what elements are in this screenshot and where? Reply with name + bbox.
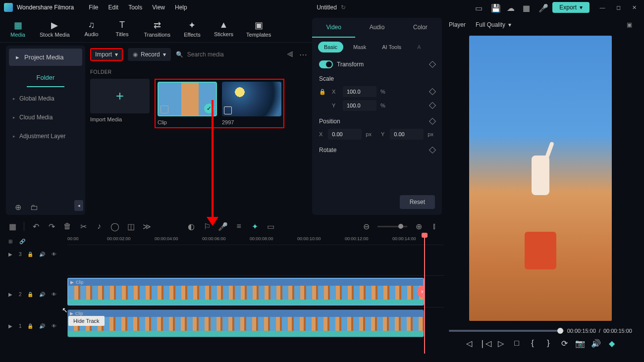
redo-icon[interactable]: ↷ [47, 222, 56, 231]
camera-button[interactable]: 📷 [576, 339, 585, 348]
save-icon[interactable]: 💾 [491, 3, 499, 11]
preview-viewport[interactable] [469, 36, 612, 321]
lock-track-icon[interactable]: 🔒 [27, 291, 34, 298]
mute-track-icon[interactable]: 🔊 [39, 291, 46, 298]
lock-icon[interactable]: 🔒 [319, 89, 326, 95]
export-button[interactable]: Export ▾ [552, 2, 590, 13]
subtab-mask[interactable]: Mask [347, 42, 372, 52]
timeline-clip-1[interactable]: ▶Clip [67, 310, 424, 337]
folder-icon[interactable]: 🗀 [30, 203, 38, 212]
import-media-tile[interactable]: + Import Media [90, 79, 150, 128]
timeline-ruler[interactable]: 00:00 00:00:02:00 00:00:04:00 00:00:06:0… [67, 235, 444, 245]
link-icon[interactable]: 🔗 [19, 238, 26, 245]
speed-icon[interactable]: ◐ [187, 222, 196, 231]
menu-file[interactable]: File [89, 4, 98, 11]
hide-track-icon[interactable]: 👁 [51, 251, 57, 258]
step-back-button[interactable]: ❘◁ [481, 339, 489, 348]
prev-frame-button[interactable]: ◁ [465, 339, 474, 348]
add-track-icon[interactable]: ⊞ [7, 238, 14, 245]
import-button[interactable]: Import▾ [90, 48, 123, 61]
sidebar-global-media[interactable]: ▸Global Media [6, 89, 85, 108]
sidebar-cloud-media[interactable]: ▸Cloud Media [6, 108, 85, 127]
crop-icon[interactable]: ◫ [126, 222, 135, 231]
mute-track-icon[interactable]: 🔊 [39, 322, 46, 329]
search-input[interactable] [187, 51, 281, 58]
mic-icon[interactable]: 🎤 [538, 3, 546, 11]
tab-audio[interactable]: ♫Audio [80, 18, 104, 39]
ai-tool-icon[interactable]: ✦ [250, 222, 259, 231]
playhead[interactable] [424, 235, 425, 354]
snapshot-icon[interactable]: ▣ [627, 21, 632, 28]
subtab-basic[interactable]: Basic [318, 42, 343, 52]
props-tab-video[interactable]: Video [312, 18, 355, 38]
mute-track-icon[interactable]: 🔊 [39, 251, 46, 258]
scale-x-input[interactable] [343, 86, 376, 97]
more-tools-icon[interactable]: ≫ [142, 222, 151, 231]
audio-mix-icon[interactable]: ≡ [234, 222, 243, 231]
player-scrubber[interactable] [449, 330, 564, 332]
zoom-in-icon[interactable]: ⊕ [414, 222, 423, 231]
volume-button[interactable]: 🔊 [591, 339, 600, 348]
track-1-lane[interactable]: ▶Clip [67, 307, 444, 339]
scale-y-input[interactable] [343, 100, 376, 111]
zoom-out-icon[interactable]: ⊖ [362, 222, 371, 231]
lock-track-icon[interactable]: 🔒 [27, 322, 34, 329]
grid-icon[interactable]: ▦ [523, 3, 531, 11]
menu-view[interactable]: View [152, 4, 165, 11]
add-folder-icon[interactable]: ⊕ [15, 203, 21, 212]
mask-icon[interactable]: ◯ [110, 222, 119, 231]
transform-toggle[interactable] [319, 60, 333, 68]
marker-icon[interactable]: ⚐ [203, 222, 212, 231]
pos-x-input[interactable] [328, 129, 362, 140]
tab-media[interactable]: ▦Media [6, 18, 30, 40]
tab-titles[interactable]: TTitles [110, 18, 134, 39]
undo-icon[interactable]: ↶ [31, 222, 40, 231]
scrubber-handle[interactable] [557, 328, 563, 334]
scale-x-keyframe[interactable] [429, 88, 436, 95]
transform-keyframe[interactable] [429, 61, 436, 68]
props-tab-audio[interactable]: Audio [355, 18, 398, 38]
monitor-icon[interactable]: ▭ [475, 3, 483, 11]
more-icon[interactable]: ⋯ [299, 50, 307, 59]
quality-dropdown[interactable]: Full Quality▾ [476, 21, 511, 28]
project-media-button[interactable]: ▸ Project Media [9, 49, 82, 66]
folder-tab[interactable]: Folder [27, 69, 64, 87]
loop-button[interactable]: ⟳ [560, 339, 569, 348]
menu-help[interactable]: Help [175, 4, 187, 11]
tab-transitions[interactable]: ⇄Transitions [141, 18, 173, 40]
cc-icon[interactable]: ▭ [266, 222, 275, 231]
tab-stock-media[interactable]: ▶Stock Media [37, 18, 73, 40]
history-icon[interactable]: ↻ [341, 4, 346, 11]
timeline-clip-2[interactable]: ▶Clip ✂ [67, 278, 424, 306]
scale-y-keyframe[interactable] [429, 102, 436, 109]
subtab-a[interactable]: A [411, 42, 427, 52]
pos-y-input[interactable] [390, 129, 424, 140]
position-keyframe[interactable] [429, 118, 436, 125]
maximize-button[interactable]: ◻ [612, 1, 624, 13]
media-clip-1[interactable]: ✓ Clip [158, 82, 217, 125]
close-button[interactable]: ✕ [628, 1, 640, 13]
music-icon[interactable]: ♪ [95, 222, 104, 231]
rotate-keyframe[interactable] [429, 147, 436, 154]
cloud-icon[interactable]: ☁ [507, 3, 515, 11]
menu-edit[interactable]: Edit [108, 4, 119, 11]
cut-icon[interactable]: ✂ [79, 222, 88, 231]
play-button[interactable]: ▷ [496, 339, 505, 348]
props-tab-color[interactable]: Color [399, 18, 442, 38]
collapse-sidebar-button[interactable]: ◂ [74, 200, 83, 211]
lock-track-icon[interactable]: 🔒 [27, 251, 34, 258]
tab-effects[interactable]: ✦Effects [180, 18, 204, 40]
mark-out-button[interactable]: } [544, 339, 553, 348]
track-2-lane[interactable]: ▶Clip ✂ [67, 275, 444, 307]
stop-button[interactable]: □ [512, 339, 521, 348]
layout-icon[interactable]: ▦ [8, 222, 17, 231]
timeline-view-icon[interactable]: ⫿ [430, 222, 439, 231]
hide-track-icon[interactable]: 👁 [51, 291, 57, 298]
subtab-ai-tools[interactable]: AI Tools [376, 42, 407, 52]
reset-button[interactable]: Reset [400, 195, 435, 209]
tab-stickers[interactable]: ▲Stickers [211, 18, 236, 39]
voice-icon[interactable]: 🎤 [218, 222, 227, 231]
minimize-button[interactable]: — [596, 1, 608, 13]
hide-track-icon[interactable]: 👁 [51, 322, 57, 329]
mark-in-button[interactable]: { [528, 339, 537, 348]
